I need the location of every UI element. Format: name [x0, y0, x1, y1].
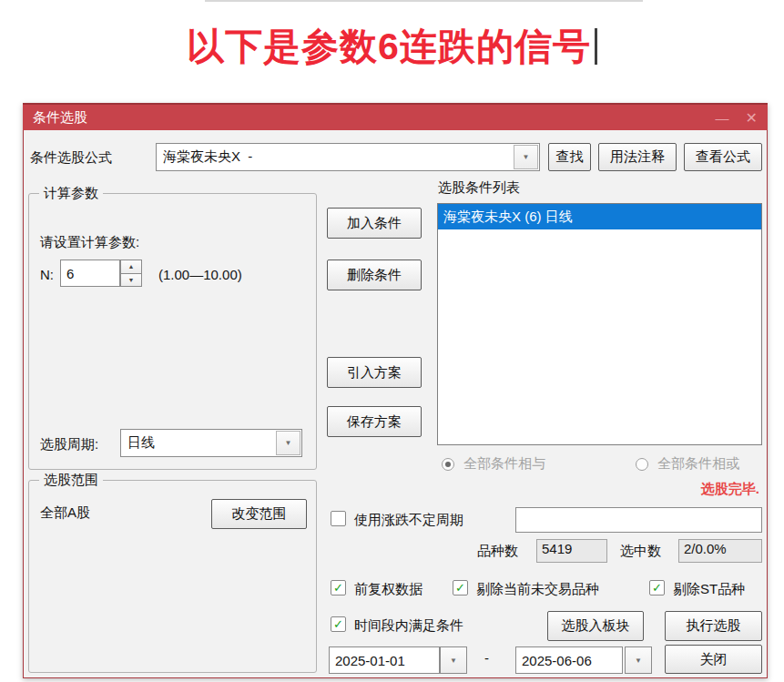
period-value: 日线: [121, 430, 275, 456]
screenshot-canvas: 以下是参数6连跌的信号 条件选股 — ✕ 条件选股公式 海棠夜未央X - ▼ 查…: [0, 0, 784, 682]
text-cursor: [595, 28, 597, 65]
change-scope-button[interactable]: 改变范围: [211, 499, 307, 529]
spin-up-icon[interactable]: ▲: [120, 260, 142, 274]
formula-value: 海棠夜未央X -: [157, 144, 513, 170]
variable-period-label: 使用涨跌不定周期: [354, 512, 463, 529]
period-label: 选股周期:: [40, 436, 98, 453]
check-icon: ✓: [455, 582, 465, 594]
selected-count-label: 选中数: [620, 543, 661, 560]
n-param-spinner[interactable]: ▲ ▼: [120, 260, 142, 287]
period-combobox[interactable]: 日线 ▼: [120, 429, 302, 457]
adjusted-data-label: 前复权数据: [354, 581, 423, 598]
date-from-dropdown-icon[interactable]: ▼: [440, 646, 467, 674]
delete-condition-button[interactable]: 删除条件: [327, 260, 422, 290]
top-divider: [205, 0, 643, 2]
select-to-block-button[interactable]: 选股入板块: [547, 611, 644, 641]
spin-down-icon[interactable]: ▼: [120, 274, 142, 288]
time-range-checkbox[interactable]: ✓: [331, 616, 346, 632]
minimize-icon[interactable]: —: [716, 111, 729, 125]
radio-all-or-label: 全部条件相或: [657, 455, 739, 473]
chevron-down-icon[interactable]: ▼: [514, 145, 538, 169]
page-heading: 以下是参数6连跌的信号: [0, 22, 784, 72]
calc-params-title: 计算参数: [39, 185, 103, 202]
variable-period-checkbox[interactable]: [331, 511, 346, 526]
usage-notes-button[interactable]: 用法注释: [598, 143, 677, 171]
import-plan-button[interactable]: 引入方案: [327, 357, 422, 388]
formula-combobox[interactable]: 海棠夜未央X - ▼: [156, 143, 540, 171]
dialog-titlebar[interactable]: 条件选股 — ✕: [23, 103, 768, 130]
condition-list-label: 选股条件列表: [438, 179, 520, 197]
close-icon[interactable]: ✕: [746, 111, 758, 125]
exclude-suspended-checkbox[interactable]: ✓: [453, 580, 468, 595]
scope-group: 选股范围 全部A股 改变范围: [28, 480, 317, 673]
radio-all-and-label: 全部条件相与: [463, 455, 545, 473]
execute-select-button[interactable]: 执行选股: [665, 611, 762, 641]
adjusted-data-checkbox[interactable]: ✓: [331, 580, 346, 595]
chevron-down-icon[interactable]: ▼: [276, 431, 300, 455]
time-range-label: 时间段内满足条件: [354, 617, 463, 635]
radio-all-or[interactable]: [636, 458, 648, 471]
status-text: 选股完毕.: [701, 481, 759, 498]
formula-label: 条件选股公式: [30, 149, 112, 167]
date-to-dropdown-icon[interactable]: ▼: [625, 646, 652, 674]
add-condition-button[interactable]: 加入条件: [327, 208, 422, 239]
exclude-st-checkbox[interactable]: ✓: [649, 580, 665, 595]
exclude-st-label: 剔除ST品种: [673, 581, 745, 598]
date-separator: -: [484, 650, 489, 666]
selected-count-value: 2/0.0%: [678, 539, 762, 563]
condition-list[interactable]: 海棠夜未央X (6) 日线: [437, 203, 762, 445]
n-param-input[interactable]: [60, 260, 120, 287]
view-formula-button[interactable]: 查看公式: [684, 143, 762, 171]
scope-value: 全部A股: [40, 504, 90, 522]
check-icon: ✓: [333, 618, 343, 630]
radio-all-and[interactable]: [442, 458, 454, 471]
list-item[interactable]: 海棠夜未央X (6) 日线: [438, 204, 761, 229]
variable-period-input[interactable]: [515, 507, 762, 533]
check-icon: ✓: [333, 582, 343, 594]
total-count-value: 5419: [536, 539, 607, 563]
calc-params-group: 计算参数 请设置计算参数: N: ▲ ▼ (1.00—10.00) 选股周期: …: [28, 193, 317, 470]
n-param-range: (1.00—10.00): [158, 267, 242, 282]
n-param-label: N:: [40, 267, 54, 282]
dialog-title: 条件选股: [33, 109, 87, 127]
date-to-field[interactable]: 2025-06-06: [515, 646, 623, 674]
check-icon: ✓: [652, 582, 662, 594]
total-count-label: 品种数: [477, 543, 518, 560]
condition-stock-dialog: 条件选股 — ✕ 条件选股公式 海棠夜未央X - ▼ 查找 用法注释 查看公式 …: [23, 103, 768, 678]
exclude-suspended-label: 剔除当前未交易品种: [476, 581, 599, 598]
date-from-field[interactable]: 2025-01-01: [329, 646, 440, 674]
find-button[interactable]: 查找: [548, 143, 591, 171]
save-plan-button[interactable]: 保存方案: [327, 406, 422, 437]
scope-title: 选股范围: [39, 472, 103, 489]
heading-text: 以下是参数6连跌的信号: [187, 25, 591, 67]
close-button[interactable]: 关闭: [665, 645, 762, 674]
param-hint-label: 请设置计算参数:: [40, 234, 139, 251]
